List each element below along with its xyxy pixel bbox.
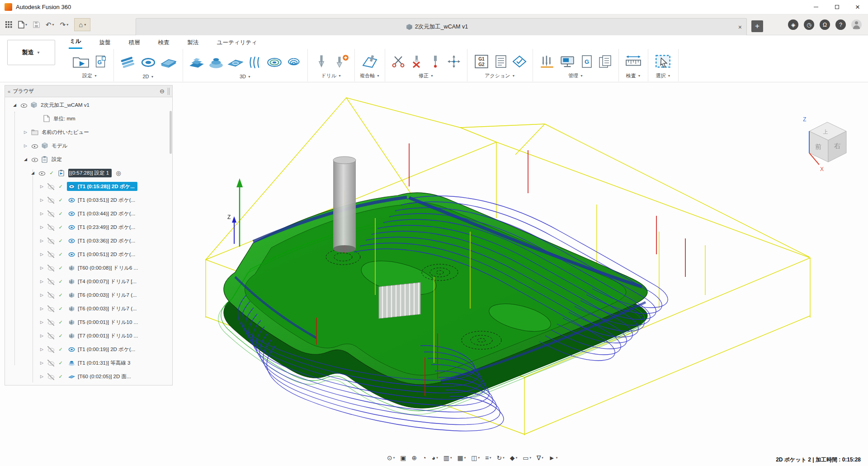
- expander-icon[interactable]: ◢: [23, 157, 28, 162]
- 2d-face-icon[interactable]: [160, 55, 178, 70]
- ncprogram-icon[interactable]: G: [93, 54, 108, 69]
- dropdown-caret-icon[interactable]: ▼: [430, 74, 434, 77]
- play-button[interactable]: ►▾: [547, 453, 559, 462]
- expander-icon[interactable]: ▷: [39, 198, 44, 202]
- grid-settings-button[interactable]: ▦▾: [455, 453, 467, 462]
- home-view-button[interactable]: ⌂▾: [74, 18, 90, 31]
- view-cube[interactable]: 上 前 右 Z X: [803, 116, 846, 172]
- visibility-eye-icon[interactable]: [47, 346, 54, 353]
- visibility-eye-icon[interactable]: [31, 143, 38, 149]
- operation-row[interactable]: ▷ [T6 (0:00:03)] ドリル7 (...: [5, 288, 172, 302]
- browser-row-document[interactable]: ◢ 2次元加工_wCAM v1: [5, 98, 172, 112]
- visibility-eye-icon[interactable]: [31, 156, 38, 163]
- select-window-icon[interactable]: [653, 53, 673, 70]
- extensions-icon[interactable]: ◈: [788, 19, 798, 30]
- browser-row-named-views[interactable]: ▷ 名前の付いたビュー: [5, 125, 172, 139]
- visibility-eye-icon[interactable]: [47, 210, 54, 217]
- minimize-button[interactable]: [806, 0, 826, 14]
- 3d-spiral-icon[interactable]: [285, 55, 302, 70]
- templates-icon[interactable]: [597, 54, 613, 69]
- pan-button[interactable]: ⊕: [410, 453, 419, 462]
- machined-part[interactable]: [224, 193, 647, 408]
- dropdown-caret-icon[interactable]: ▼: [512, 74, 515, 77]
- viewports-button[interactable]: ◫▾: [469, 453, 481, 462]
- drill-icon[interactable]: [313, 54, 330, 69]
- expander-icon[interactable]: ◢: [30, 171, 35, 175]
- panel-resize-handle[interactable]: [168, 88, 170, 95]
- section-button[interactable]: ◆▾: [508, 453, 519, 462]
- expander-icon[interactable]: ◢: [12, 103, 17, 107]
- visibility-eye-icon[interactable]: [47, 278, 54, 285]
- dropdown-caret-icon[interactable]: ▼: [151, 75, 154, 78]
- hide-all-icon[interactable]: ⊖: [160, 88, 165, 95]
- visibility-eye-icon[interactable]: [47, 360, 54, 366]
- operation-row[interactable]: ▷ [T1 (0:03:51)] 2D ポケ(...: [5, 193, 172, 207]
- expander-icon[interactable]: ▷: [39, 211, 44, 216]
- probe-icon[interactable]: [427, 54, 443, 69]
- visibility-eye-icon[interactable]: [47, 292, 54, 299]
- maximize-button[interactable]: [826, 0, 847, 14]
- dropdown-caret-icon[interactable]: ▼: [94, 74, 97, 77]
- undo-button[interactable]: ↶▾: [45, 19, 55, 30]
- visibility-eye-icon[interactable]: [47, 305, 54, 312]
- expander-icon[interactable]: ▷: [39, 347, 44, 352]
- operation-row[interactable]: ▷ [T1 (0:03:44)] 2D ポケ(...: [5, 207, 172, 220]
- new-setup-icon[interactable]: [71, 53, 91, 70]
- collapse-panel-icon[interactable]: «: [8, 89, 9, 94]
- visibility-eye-icon[interactable]: [47, 265, 54, 271]
- expander-icon[interactable]: ▷: [39, 225, 44, 229]
- app-grid-menu-button[interactable]: [5, 20, 13, 29]
- visibility-eye-icon[interactable]: [47, 373, 54, 380]
- operation-row[interactable]: ▷ [T1 (0:00:19)] 2D ポケ(...: [5, 342, 172, 356]
- operation-row[interactable]: ▷ [T5 (0:00:01)] ドリル10 ...: [5, 315, 172, 329]
- operation-row[interactable]: ▷ [T6 (0:00:03)] ドリル7 (...: [5, 302, 172, 315]
- 3d-flat-icon[interactable]: [227, 55, 244, 70]
- orbit-button[interactable]: ⊙▾: [385, 453, 396, 462]
- browser-row-setup1[interactable]: ◢ [(0:57:28)] 設定 1 ◎: [5, 166, 172, 180]
- screen-button[interactable]: ▭▾: [521, 453, 533, 462]
- profile-avatar[interactable]: [851, 19, 862, 30]
- operation-row[interactable]: ▷ [T1 (0:23:49)] 2D ポケ(...: [5, 220, 172, 234]
- expander-icon[interactable]: ▷: [39, 320, 44, 324]
- 2d-adaptive-icon[interactable]: [119, 55, 137, 70]
- 3d-scallop-icon[interactable]: [266, 55, 283, 70]
- steps-button[interactable]: ≡▾: [483, 453, 493, 462]
- redo-button[interactable]: ↷▾: [59, 19, 70, 30]
- 3d-steep-icon[interactable]: [246, 55, 264, 70]
- operation-row[interactable]: ▷ [T7 (0:00:01)] ドリル10 ...: [5, 329, 172, 342]
- expander-icon[interactable]: ▷: [39, 374, 44, 379]
- dropdown-caret-icon[interactable]: ▼: [248, 75, 251, 78]
- operation-row[interactable]: ▷ [T1 (0:01:31)] 等高線 3: [5, 356, 172, 370]
- dropdown-caret-icon[interactable]: ▼: [377, 74, 380, 77]
- document-tab-close-icon[interactable]: ×: [738, 24, 742, 31]
- expander-icon[interactable]: ▷: [39, 333, 44, 338]
- expander-icon[interactable]: ▷: [23, 130, 28, 134]
- file-menu-button[interactable]: ▾: [17, 19, 28, 30]
- tab-inspect[interactable]: 検査: [157, 37, 170, 49]
- visibility-eye-icon[interactable]: [47, 333, 54, 339]
- operation-row[interactable]: ▷ [T1 (0:15:28)] 2D ポケ...: [5, 180, 172, 193]
- close-button[interactable]: ×: [847, 0, 868, 14]
- visibility-eye-icon[interactable]: [47, 251, 54, 258]
- tab-additive[interactable]: 積層: [128, 37, 141, 49]
- zoom-button[interactable]: ◔: [420, 453, 428, 462]
- dropdown-caret-icon[interactable]: ▼: [580, 74, 583, 77]
- operation-row[interactable]: ▷ [T60 (0:00:08)] ドリル6 ...: [5, 261, 172, 275]
- browser-row-settings[interactable]: ◢ 設定: [5, 152, 172, 166]
- expander-icon[interactable]: ▷: [39, 361, 44, 365]
- browser-row-model[interactable]: ▷ モデル: [5, 139, 172, 152]
- delete-toolpath-icon[interactable]: [409, 54, 425, 69]
- job-status-icon[interactable]: ◷: [804, 19, 814, 30]
- expander-icon[interactable]: ▷: [39, 306, 44, 311]
- expander-icon[interactable]: ▷: [39, 238, 44, 243]
- workspace-selector-button[interactable]: 製造▼: [7, 40, 55, 65]
- visibility-eye-icon[interactable]: [38, 170, 45, 176]
- expander-icon[interactable]: ▷: [39, 184, 44, 189]
- tab-utilities[interactable]: ユーティリティ: [216, 37, 258, 49]
- refresh-button[interactable]: ↻▾: [495, 453, 506, 462]
- 2d-pocket-icon[interactable]: [139, 55, 157, 70]
- expander-icon[interactable]: ▷: [39, 293, 44, 297]
- visibility-eye-icon[interactable]: [47, 224, 54, 231]
- visibility-eye-icon[interactable]: [47, 183, 54, 190]
- tab-fabrication[interactable]: 製法: [187, 37, 200, 49]
